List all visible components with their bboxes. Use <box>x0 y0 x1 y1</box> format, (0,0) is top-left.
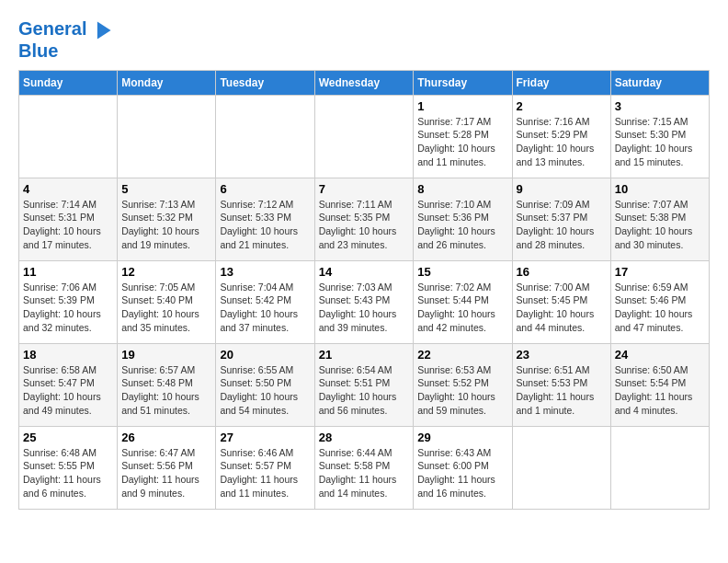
weekday-header-thursday: Thursday <box>414 70 512 95</box>
calendar-cell <box>512 426 610 509</box>
day-info: Sunrise: 7:15 AM Sunset: 5:30 PM Dayligh… <box>615 115 705 169</box>
calendar-cell: 26Sunrise: 6:47 AM Sunset: 5:56 PM Dayli… <box>118 426 216 509</box>
calendar-cell <box>216 95 314 178</box>
logo-triangle-icon <box>92 20 112 40</box>
day-number: 16 <box>517 265 607 279</box>
calendar-body: 1Sunrise: 7:17 AM Sunset: 5:28 PM Daylig… <box>19 95 710 509</box>
day-number: 12 <box>121 265 211 279</box>
calendar-cell: 27Sunrise: 6:46 AM Sunset: 5:57 PM Dayli… <box>216 426 314 509</box>
calendar-cell: 13Sunrise: 7:04 AM Sunset: 5:42 PM Dayli… <box>216 260 314 343</box>
weekday-header-monday: Monday <box>118 70 216 95</box>
day-info: Sunrise: 7:04 AM Sunset: 5:42 PM Dayligh… <box>220 281 310 335</box>
weekday-header-row: SundayMondayTuesdayWednesdayThursdayFrid… <box>19 70 710 95</box>
day-info: Sunrise: 6:58 AM Sunset: 5:47 PM Dayligh… <box>23 363 113 418</box>
day-number: 3 <box>615 99 705 113</box>
calendar-cell: 18Sunrise: 6:58 AM Sunset: 5:47 PM Dayli… <box>19 343 118 426</box>
calendar-cell: 12Sunrise: 7:05 AM Sunset: 5:40 PM Dayli… <box>118 260 216 343</box>
calendar-cell: 25Sunrise: 6:48 AM Sunset: 5:55 PM Dayli… <box>19 426 118 509</box>
day-info: Sunrise: 7:05 AM Sunset: 5:40 PM Dayligh… <box>121 281 211 335</box>
day-info: Sunrise: 6:59 AM Sunset: 5:46 PM Dayligh… <box>615 281 705 335</box>
day-info: Sunrise: 7:07 AM Sunset: 5:38 PM Dayligh… <box>615 198 705 252</box>
calendar-cell: 24Sunrise: 6:50 AM Sunset: 5:54 PM Dayli… <box>610 343 709 426</box>
calendar-cell: 14Sunrise: 7:03 AM Sunset: 5:43 PM Dayli… <box>314 260 414 343</box>
calendar-cell <box>19 95 118 178</box>
calendar-cell: 4Sunrise: 7:14 AM Sunset: 5:31 PM Daylig… <box>19 178 118 260</box>
day-info: Sunrise: 7:17 AM Sunset: 5:28 PM Dayligh… <box>417 115 507 169</box>
calendar-cell: 23Sunrise: 6:51 AM Sunset: 5:53 PM Dayli… <box>512 343 610 426</box>
day-number: 11 <box>23 265 113 279</box>
day-info: Sunrise: 6:50 AM Sunset: 5:54 PM Dayligh… <box>615 363 705 418</box>
day-number: 13 <box>220 265 310 279</box>
day-number: 21 <box>319 348 410 362</box>
day-number: 18 <box>23 348 113 362</box>
calendar-cell: 16Sunrise: 7:00 AM Sunset: 5:45 PM Dayli… <box>512 260 610 343</box>
calendar-cell: 20Sunrise: 6:55 AM Sunset: 5:50 PM Dayli… <box>216 343 314 426</box>
svg-marker-0 <box>97 21 111 39</box>
day-number: 25 <box>23 431 113 444</box>
day-number: 15 <box>417 265 507 279</box>
calendar-week-row: 4Sunrise: 7:14 AM Sunset: 5:31 PM Daylig… <box>19 178 710 260</box>
calendar-cell: 10Sunrise: 7:07 AM Sunset: 5:38 PM Dayli… <box>610 178 709 260</box>
calendar-cell: 8Sunrise: 7:10 AM Sunset: 5:36 PM Daylig… <box>414 178 512 260</box>
calendar-week-row: 25Sunrise: 6:48 AM Sunset: 5:55 PM Dayli… <box>19 426 710 509</box>
weekday-header-sunday: Sunday <box>19 70 118 95</box>
day-info: Sunrise: 6:54 AM Sunset: 5:51 PM Dayligh… <box>319 363 410 418</box>
calendar-cell: 19Sunrise: 6:57 AM Sunset: 5:48 PM Dayli… <box>118 343 216 426</box>
calendar-cell: 28Sunrise: 6:44 AM Sunset: 5:58 PM Dayli… <box>314 426 414 509</box>
calendar-table: SundayMondayTuesdayWednesdayThursdayFrid… <box>18 70 710 510</box>
day-number: 29 <box>417 431 507 444</box>
day-info: Sunrise: 6:48 AM Sunset: 5:55 PM Dayligh… <box>23 446 113 500</box>
day-info: Sunrise: 7:16 AM Sunset: 5:29 PM Dayligh… <box>517 115 607 169</box>
calendar-cell: 17Sunrise: 6:59 AM Sunset: 5:46 PM Dayli… <box>610 260 709 343</box>
day-number: 7 <box>319 182 410 196</box>
day-number: 14 <box>319 265 410 279</box>
calendar-cell: 6Sunrise: 7:12 AM Sunset: 5:33 PM Daylig… <box>216 178 314 260</box>
day-number: 17 <box>615 265 705 279</box>
day-info: Sunrise: 6:53 AM Sunset: 5:52 PM Dayligh… <box>417 363 507 418</box>
day-number: 10 <box>615 182 705 196</box>
day-number: 8 <box>417 182 507 196</box>
weekday-header-friday: Friday <box>512 70 610 95</box>
calendar-cell: 29Sunrise: 6:43 AM Sunset: 6:00 PM Dayli… <box>414 426 512 509</box>
day-info: Sunrise: 7:12 AM Sunset: 5:33 PM Dayligh… <box>220 198 310 252</box>
day-number: 1 <box>417 99 507 113</box>
day-info: Sunrise: 7:10 AM Sunset: 5:36 PM Dayligh… <box>417 198 507 252</box>
calendar-cell: 5Sunrise: 7:13 AM Sunset: 5:32 PM Daylig… <box>118 178 216 260</box>
day-info: Sunrise: 7:09 AM Sunset: 5:37 PM Dayligh… <box>517 198 607 252</box>
day-number: 5 <box>121 182 211 196</box>
calendar-cell <box>610 426 709 509</box>
calendar-cell: 3Sunrise: 7:15 AM Sunset: 5:30 PM Daylig… <box>610 95 709 178</box>
logo: General Blue <box>18 18 112 61</box>
day-number: 22 <box>417 348 507 362</box>
day-number: 27 <box>220 431 310 444</box>
day-number: 4 <box>23 182 113 196</box>
day-info: Sunrise: 7:13 AM Sunset: 5:32 PM Dayligh… <box>121 198 211 252</box>
calendar-week-row: 1Sunrise: 7:17 AM Sunset: 5:28 PM Daylig… <box>19 95 710 178</box>
calendar-week-row: 18Sunrise: 6:58 AM Sunset: 5:47 PM Dayli… <box>19 343 710 426</box>
calendar-cell: 22Sunrise: 6:53 AM Sunset: 5:52 PM Dayli… <box>414 343 512 426</box>
calendar-cell: 9Sunrise: 7:09 AM Sunset: 5:37 PM Daylig… <box>512 178 610 260</box>
day-info: Sunrise: 6:47 AM Sunset: 5:56 PM Dayligh… <box>121 446 211 500</box>
day-info: Sunrise: 7:00 AM Sunset: 5:45 PM Dayligh… <box>517 281 607 335</box>
weekday-header-saturday: Saturday <box>610 70 709 95</box>
day-number: 23 <box>517 348 607 362</box>
page-header: General Blue <box>18 18 710 61</box>
day-info: Sunrise: 7:06 AM Sunset: 5:39 PM Dayligh… <box>23 281 113 335</box>
calendar-cell: 21Sunrise: 6:54 AM Sunset: 5:51 PM Dayli… <box>314 343 414 426</box>
day-number: 19 <box>121 348 211 362</box>
day-info: Sunrise: 6:44 AM Sunset: 5:58 PM Dayligh… <box>319 446 410 500</box>
day-info: Sunrise: 6:46 AM Sunset: 5:57 PM Dayligh… <box>220 446 310 500</box>
day-info: Sunrise: 7:02 AM Sunset: 5:44 PM Dayligh… <box>417 281 507 335</box>
calendar-cell <box>118 95 216 178</box>
calendar-cell: 7Sunrise: 7:11 AM Sunset: 5:35 PM Daylig… <box>314 178 414 260</box>
calendar-cell <box>314 95 414 178</box>
day-number: 24 <box>615 348 705 362</box>
calendar-cell: 15Sunrise: 7:02 AM Sunset: 5:44 PM Dayli… <box>414 260 512 343</box>
calendar-week-row: 11Sunrise: 7:06 AM Sunset: 5:39 PM Dayli… <box>19 260 710 343</box>
day-number: 6 <box>220 182 310 196</box>
day-number: 26 <box>121 431 211 444</box>
day-info: Sunrise: 7:11 AM Sunset: 5:35 PM Dayligh… <box>319 198 410 252</box>
day-info: Sunrise: 6:55 AM Sunset: 5:50 PM Dayligh… <box>220 363 310 418</box>
calendar-cell: 11Sunrise: 7:06 AM Sunset: 5:39 PM Dayli… <box>19 260 118 343</box>
day-info: Sunrise: 6:51 AM Sunset: 5:53 PM Dayligh… <box>517 363 607 418</box>
